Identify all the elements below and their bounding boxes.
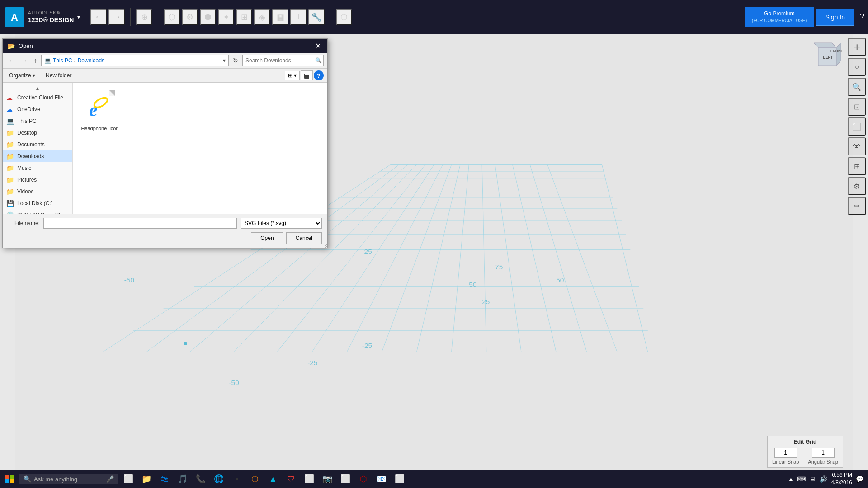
dialog-body: ▲ ☁ Creative Cloud File ☁ OneDrive 💻 Thi…	[3, 83, 327, 214]
taskbar-chevron-up-icon[interactable]: ▲	[788, 476, 793, 482]
box-button[interactable]: ▦	[272, 9, 288, 25]
sidebar-item-videos[interactable]: 📁 Videos	[3, 186, 72, 197]
app9-button[interactable]: ⬜	[337, 471, 354, 487]
taskbar-search[interactable]: 🔍 Ask me anything 🎤	[19, 474, 118, 484]
sign-in-button[interactable]: Sign In	[816, 9, 854, 26]
construct-button[interactable]: ⬢	[200, 9, 216, 25]
dialog-help-button[interactable]: ?	[314, 70, 324, 80]
cancel-button[interactable]: Cancel	[286, 232, 322, 244]
create-tool-button[interactable]: ⊕	[136, 9, 152, 25]
svg-point-49	[93, 96, 109, 109]
blender-button[interactable]: ⬡	[247, 471, 263, 487]
cmd-button[interactable]: ▪	[229, 471, 245, 487]
app8-button[interactable]: ⬜	[301, 471, 317, 487]
up-button[interactable]: ↑	[32, 56, 39, 66]
svg-text:50: 50	[556, 276, 564, 284]
filename-input[interactable]	[43, 218, 237, 229]
measure-tool-button[interactable]: 🔧	[308, 9, 325, 25]
dialog-content[interactable]: e Headphone_icon	[73, 83, 327, 214]
toolbar-divider-2	[158, 8, 158, 26]
refresh-button[interactable]: ↻	[231, 56, 241, 66]
sidebar-item-dvd-drive[interactable]: 💿 DVD RW Drive (D	[3, 209, 72, 214]
sidebar-item-creative-cloud[interactable]: ☁ Creative Cloud File	[3, 92, 72, 103]
dialog-actions-bar: Organize ▾ New folder ⊞ ▾ ▤ ?	[3, 69, 327, 83]
undo-button[interactable]: ←	[90, 9, 107, 25]
file-item-name: Headphone_icon	[81, 126, 118, 131]
taskbar-keyboard-icon[interactable]: ⌨	[797, 475, 806, 483]
forward-button[interactable]: →	[19, 56, 30, 66]
filezilla-button[interactable]: ⬡	[355, 471, 372, 487]
sidebar-item-local-disk[interactable]: 💾 Local Disk (C:)	[3, 197, 72, 209]
angular-snap-input[interactable]	[812, 448, 835, 458]
text-tool-button[interactable]: T	[290, 9, 307, 25]
redo-button[interactable]: →	[108, 9, 125, 25]
group-button[interactable]: ⊞	[236, 9, 252, 25]
photos-button[interactable]: 📷	[319, 471, 335, 487]
svg-text:75: 75	[495, 263, 503, 271]
go-premium-button[interactable]: Go Premium (FOR COMMERCIAL USE)	[745, 7, 814, 27]
view-toggle-button[interactable]: ⊞ ▾	[285, 71, 300, 80]
chrome-button[interactable]: 🌐	[211, 471, 227, 487]
view-cube[interactable]: LEFT FRONT	[811, 41, 843, 68]
modify-button[interactable]: ⚙	[182, 9, 198, 25]
move-icon-btn[interactable]: ✛	[848, 38, 866, 56]
brush-icon-btn[interactable]: ✏	[848, 197, 866, 215]
sidebar-item-downloads[interactable]: 📁 Downloads	[3, 150, 72, 162]
zoom-icon-btn[interactable]: 🔍	[848, 78, 866, 96]
fit-icon-btn[interactable]: ⊡	[848, 98, 866, 116]
taskbar-notification-icon[interactable]: 💬	[856, 475, 863, 483]
task-view-button[interactable]: ⬜	[120, 471, 137, 487]
downloads-folder-icon: 📁	[6, 153, 14, 160]
filetype-select[interactable]: SVG Files (*.svg)	[241, 218, 322, 229]
organize-button[interactable]: Organize ▾	[6, 71, 38, 80]
shield-button[interactable]: 🛡	[283, 471, 299, 487]
store-button[interactable]: 🛍	[156, 471, 173, 487]
open-file-dialog[interactable]: 📂 Open ✕ ← → ↑ 💻 This PC › Downloads ▾ ↻…	[2, 38, 328, 248]
grid-view-icon-btn[interactable]: ⊞	[848, 157, 866, 175]
transform-button[interactable]: ✦	[218, 9, 234, 25]
outlook-button[interactable]: 📧	[373, 471, 390, 487]
pictures-folder-icon: 📁	[6, 176, 14, 183]
taskbar-monitor-icon[interactable]: 🖥	[810, 475, 816, 483]
sidebar-item-onedrive-label: OneDrive	[17, 106, 40, 113]
new-folder-button[interactable]: New folder	[42, 71, 75, 80]
taskbar-speaker-icon[interactable]: 🔊	[820, 475, 827, 483]
sidebar-scroll-up[interactable]: ▲	[3, 84, 72, 92]
linear-snap-input[interactable]	[774, 448, 797, 458]
perspective-icon-btn[interactable]: ⬜	[848, 117, 866, 136]
file-item-headphone-icon[interactable]: e Headphone_icon	[77, 87, 123, 134]
search-input[interactable]	[245, 57, 313, 64]
spotify-button[interactable]: 🎵	[175, 471, 191, 487]
open-button[interactable]: Open	[251, 232, 283, 244]
primitives-button[interactable]: ⬡	[164, 9, 180, 25]
details-pane-button[interactable]: ▤	[301, 70, 313, 80]
taskbar-datetime[interactable]: 6:56 PM 4/8/2016	[831, 471, 852, 487]
eye-icon-btn[interactable]: 👁	[848, 137, 866, 155]
sidebar-item-this-pc[interactable]: 💻 This PC	[3, 115, 72, 127]
breadcrumb-this-pc[interactable]: This PC	[53, 57, 72, 64]
settings-icon-btn[interactable]: ⚙	[848, 177, 866, 195]
trivia-button[interactable]: ▲	[265, 471, 281, 487]
breadcrumb-dropdown-button[interactable]: ▾	[223, 57, 226, 64]
snap-button[interactable]: ◈	[254, 9, 270, 25]
dropdown-arrow-icon[interactable]: ▾	[77, 14, 80, 20]
dialog-close-button[interactable]: ✕	[313, 42, 323, 50]
orbit-icon-btn[interactable]: ○	[848, 58, 866, 76]
breadcrumb-downloads[interactable]: Downloads	[78, 57, 104, 64]
sidebar-item-onedrive[interactable]: ☁ OneDrive	[3, 103, 72, 115]
dialog-resize-handle[interactable]	[322, 242, 327, 248]
search-circle-icon: 🔍	[24, 475, 31, 483]
sidebar-item-pictures[interactable]: 📁 Pictures	[3, 174, 72, 186]
sidebar-item-documents[interactable]: 📁 Documents	[3, 139, 72, 150]
help-button[interactable]: ?	[856, 9, 868, 25]
svg-text:-50: -50	[229, 379, 239, 386]
start-button[interactable]	[0, 470, 19, 488]
taskbar-search-text: Ask me anything	[34, 476, 77, 483]
sidebar-item-desktop[interactable]: 📁 Desktop	[3, 127, 72, 139]
export-button[interactable]: ⬡	[336, 9, 352, 25]
file-explorer-button[interactable]: 📁	[138, 471, 155, 487]
skype-button[interactable]: 📞	[193, 471, 209, 487]
sidebar-item-music[interactable]: 📁 Music	[3, 162, 72, 174]
app10-button[interactable]: ⬜	[392, 471, 408, 487]
back-button[interactable]: ←	[6, 56, 17, 66]
